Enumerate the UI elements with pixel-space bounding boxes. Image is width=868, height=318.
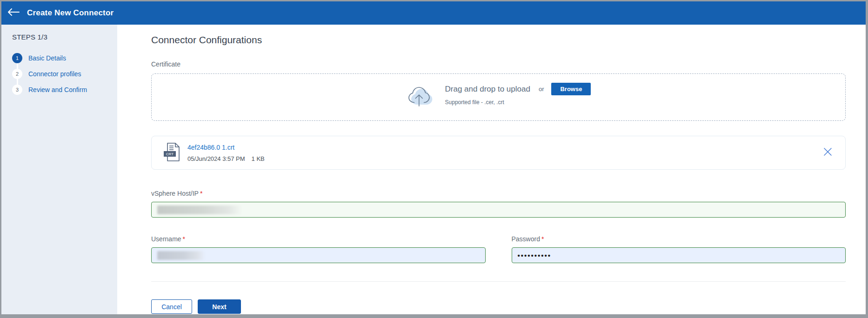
sidebar-step-review-confirm[interactable]: 3 Review and Confirm (12, 85, 113, 95)
uploaded-file-meta: 05/Jun/2024 3:57 PM 1 KB (187, 155, 265, 162)
footer-divider (151, 281, 846, 282)
password-label-text: Password (512, 235, 540, 243)
host-label-text: vSphere Host/IP (151, 190, 199, 197)
masked-password-value: •••••••••• (518, 252, 552, 259)
uploaded-file-name-link[interactable]: 4ef24b86.0 1.crt (187, 144, 265, 151)
steps-progress-label: STEPS 1/3 (12, 33, 113, 41)
step-number-badge: 1 (12, 53, 22, 63)
step-label: Basic Details (28, 54, 66, 62)
username-label: Username* (151, 235, 486, 243)
username-field-group: Username* (151, 235, 486, 263)
crt-file-icon: CRT (163, 142, 180, 164)
password-label: Password* (512, 235, 846, 243)
step-label: Connector profiles (28, 70, 81, 78)
username-label-text: Username (151, 235, 181, 243)
redacted-value (157, 205, 242, 214)
step-number-badge: 2 (12, 69, 22, 79)
required-asterisk: * (200, 190, 202, 197)
required-asterisk: * (183, 235, 185, 243)
close-icon (823, 147, 832, 158)
header-bar: Create New Connector (1, 1, 866, 25)
drag-drop-text: Drag and drop to upload (445, 85, 530, 94)
back-button[interactable] (7, 8, 20, 18)
create-connector-window: Create New Connector STEPS 1/3 1 Basic D… (1, 1, 866, 314)
cloud-upload-icon (406, 83, 435, 112)
uploaded-file-card: CRT 4ef24b86.0 1.crt 05/Jun/2024 3:57 PM… (151, 136, 846, 170)
window-title: Create New Connector (27, 8, 114, 18)
steps-sidebar: STEPS 1/3 1 Basic Details 2 Connector pr… (1, 25, 117, 314)
certificate-dropzone[interactable]: Drag and drop to upload or Browse Suppor… (151, 73, 846, 121)
or-text: or (539, 86, 544, 93)
supported-files-text: Supported file - .cer, .crt (445, 99, 591, 106)
cancel-button[interactable]: Cancel (151, 299, 192, 314)
required-asterisk: * (541, 235, 544, 243)
uploaded-file-date: 05/Jun/2024 3:57 PM (187, 155, 245, 162)
password-field-group: Password* •••••••••• (512, 235, 846, 263)
host-field-group: vSphere Host/IP* (151, 190, 846, 218)
host-label: vSphere Host/IP* (151, 190, 846, 197)
next-button[interactable]: Next (198, 299, 241, 314)
sidebar-step-connector-profiles[interactable]: 2 Connector profiles (12, 69, 113, 79)
remove-file-button[interactable] (823, 147, 832, 158)
step-number-badge: 3 (12, 85, 22, 95)
password-input[interactable]: •••••••••• (512, 247, 846, 263)
certificate-label: Certificate (151, 60, 846, 68)
step-label: Review and Confirm (28, 86, 87, 93)
connector-configurations-panel: Connector Configurations Certificate (117, 25, 866, 314)
screenshot-frame: Create New Connector STEPS 1/3 1 Basic D… (0, 0, 868, 318)
page-title: Connector Configurations (151, 34, 846, 46)
browse-button[interactable]: Browse (551, 83, 591, 95)
svg-text:CRT: CRT (166, 152, 174, 156)
arrow-left-icon (7, 8, 20, 18)
redacted-value (157, 251, 205, 260)
wizard-actions: Cancel Next (151, 299, 846, 314)
host-input[interactable] (151, 202, 846, 218)
username-input[interactable] (151, 247, 486, 263)
sidebar-step-basic-details[interactable]: 1 Basic Details (12, 53, 113, 63)
uploaded-file-size: 1 KB (252, 155, 265, 162)
